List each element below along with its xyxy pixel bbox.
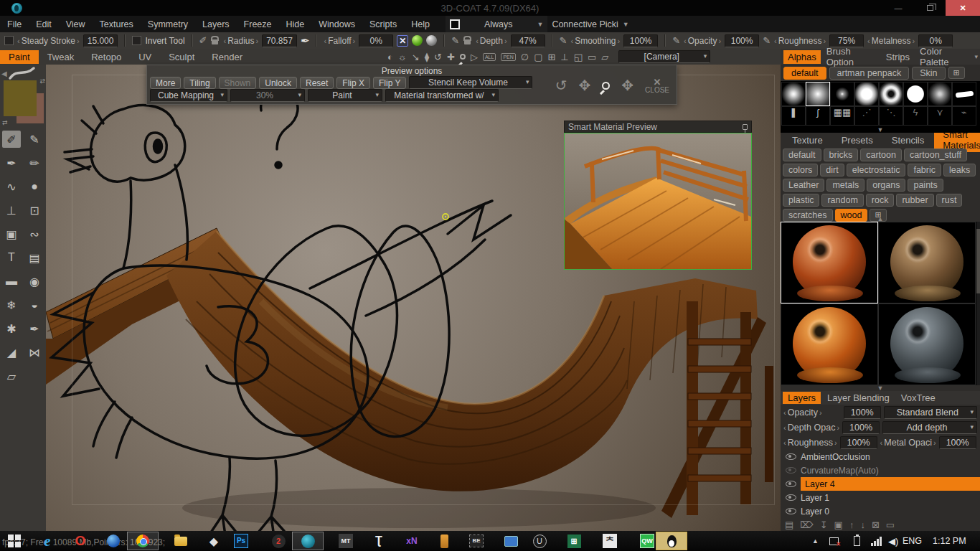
tool-spline[interactable]: ∾ [25,225,44,242]
opacity-value[interactable]: 100% [725,34,759,47]
visibility-eye-icon[interactable] [786,494,796,501]
depth-opacity-label[interactable]: Depth Opac [783,423,839,433]
metal-opacity-label[interactable]: Metal Opaci [880,438,936,448]
stencil-mode-dropdown[interactable]: Stencil Keep Volume [409,76,532,89]
category-wood[interactable]: wood [835,209,868,222]
scroll-down-icon[interactable]: ▼ [781,385,980,391]
menu-symmetry[interactable]: Symmetry [141,16,195,32]
steady-stroke-value[interactable]: 15.000 [83,34,118,47]
3dcoat-taskbar-icon[interactable] [299,532,316,550]
always-dropdown[interactable]: Always [464,19,533,29]
tool-ruler[interactable]: ▱ [2,367,21,385]
alpha-squiggle[interactable]: ʃ [806,106,830,126]
pen-pressure-icon[interactable]: ✒ [301,35,310,46]
mt-app-icon[interactable]: MT [337,532,354,550]
mapping-dropdown[interactable]: Cube Mapping [150,89,227,102]
color-swatch[interactable]: ⇄ ⇄ [4,80,44,123]
alpha-soft-round[interactable] [781,82,806,106]
tool-flatten-iron[interactable]: ◢ [2,344,21,361]
layer-name[interactable]: Layer 4 [801,477,980,491]
overflow-menu-icon[interactable]: ▾ [974,53,980,60]
falloff-label[interactable]: Falloff [324,36,355,46]
excel-icon[interactable]: ⊞ [565,532,583,550]
category-organs[interactable]: organs [867,179,905,192]
unreal-icon[interactable]: U [531,532,548,550]
menu-windows[interactable]: Windows [311,16,362,32]
tab-alphas[interactable]: Alphas [783,50,821,64]
pan-material-icon[interactable]: ✥ [621,77,633,94]
material-wood-dark-slate[interactable] [878,303,976,385]
layer-name[interactable]: CurvatureMap(Auto) [801,466,879,476]
be-clapper-icon[interactable]: BE [468,532,485,550]
alpha-soft-round-selected[interactable] [806,82,830,106]
select-all-badge-icon[interactable]: ALL [483,53,496,61]
visibility-eye-icon[interactable] [786,467,796,474]
layer-name[interactable]: AmbientOcclusion [801,452,870,462]
pen-icon[interactable]: ✎ [560,36,567,45]
radius-value[interactable]: 70.857 [262,34,297,47]
xnormal-icon[interactable]: xN [403,532,420,550]
alpha-set-artman[interactable]: artman penpack [829,67,910,80]
category-scratches[interactable]: scratches [783,209,833,222]
alpha-set-default[interactable]: default [783,67,826,80]
invert-tool-checkbox[interactable] [132,36,141,45]
layer-opacity-value[interactable]: 100% [844,406,881,419]
alpha-scratch[interactable]: ⋰ [854,106,879,126]
category-paints[interactable]: paints [908,179,943,192]
depth-label[interactable]: Depth [476,36,507,46]
viewport-3d[interactable]: Preview options More Tiling Shown Unlock… [46,65,781,531]
layer-opacity-label[interactable]: Opacity [783,408,822,418]
menu-help[interactable]: Help [404,16,437,32]
roughness-label[interactable]: Roughness [774,36,826,46]
category-cartoon-stuff[interactable]: cartoon_stuff [904,149,967,161]
tool-preview-eye[interactable]: ◉ [25,273,44,290]
opera-icon[interactable]: O [72,532,89,550]
tab-brush-option[interactable]: Brush Option [822,44,880,69]
tool-pencil[interactable]: ✎ [25,131,44,148]
category-electrostatic[interactable]: electrostatic [847,164,906,176]
tool-image-transform[interactable]: ▤ [25,249,44,266]
tool-symmetry-butterfly[interactable]: ⋈ [25,344,44,361]
menu-freeze[interactable]: Freeze [237,16,279,32]
menu-hide[interactable]: Hide [279,16,312,32]
smart-material-preview-titlebar[interactable]: Smart Material Preview [564,121,752,133]
category-bricks[interactable]: bricks [824,149,859,161]
tool-art-brush[interactable]: ✏ [25,154,44,171]
tab-sculpt[interactable]: Sculpt [160,50,203,64]
plane-icon[interactable]: ▱ [601,52,608,62]
tab-retopo[interactable]: Retopo [83,50,130,64]
menu-layers[interactable]: Layers [195,16,237,32]
axis-icon[interactable]: ⊥ [560,52,568,62]
duplicate-layer-icon[interactable]: ▣ [834,519,843,530]
material-transform-dropdown[interactable]: Material transformed w/ [385,89,499,102]
material-wood-orange-glossy[interactable] [781,303,878,385]
material-wood-aged[interactable] [878,222,976,303]
alpha-crack[interactable]: ϟ [903,106,928,126]
layer-roughness-label[interactable]: Roughness [783,438,837,448]
tab-strips[interactable]: Strips [882,50,914,64]
tl-app-icon[interactable]: Ʈ [370,532,387,550]
tool-copy-layer[interactable]: ▣ [2,225,21,242]
rotate-material-icon[interactable]: ↺ [555,77,567,94]
tool-blob[interactable]: ● [25,178,44,195]
pen-badge-icon[interactable]: PEN [501,53,515,61]
tab-color-palette[interactable]: Color Palette [915,44,973,69]
layer-folder-icon[interactable]: ▭ [886,519,895,530]
category-default[interactable]: default [783,149,821,161]
steady-stroke-checkbox[interactable] [4,36,14,45]
category-leather[interactable]: Leather [783,179,824,192]
category-metals[interactable]: metals [826,179,864,192]
tool-eraser[interactable]: ▬ [2,273,21,290]
menu-edit[interactable]: Edit [29,16,59,32]
alpha-hard-circle[interactable] [903,82,928,106]
flip-y-button[interactable]: Flip Y [373,77,406,89]
category-random[interactable]: random [821,194,863,207]
category-dirt[interactable]: dirt [820,164,844,176]
tray-expand-icon[interactable]: ▲ [812,531,819,551]
new-layer-icon[interactable]: ▤ [785,519,793,530]
smoothing-value[interactable]: 100% [623,34,658,47]
volume-icon[interactable]: ◀) [881,531,898,551]
category-fabric[interactable]: fabric [908,164,941,176]
layer-roughness-value[interactable]: 100% [840,436,877,449]
layer-row-active[interactable]: Layer 4 [781,477,980,491]
